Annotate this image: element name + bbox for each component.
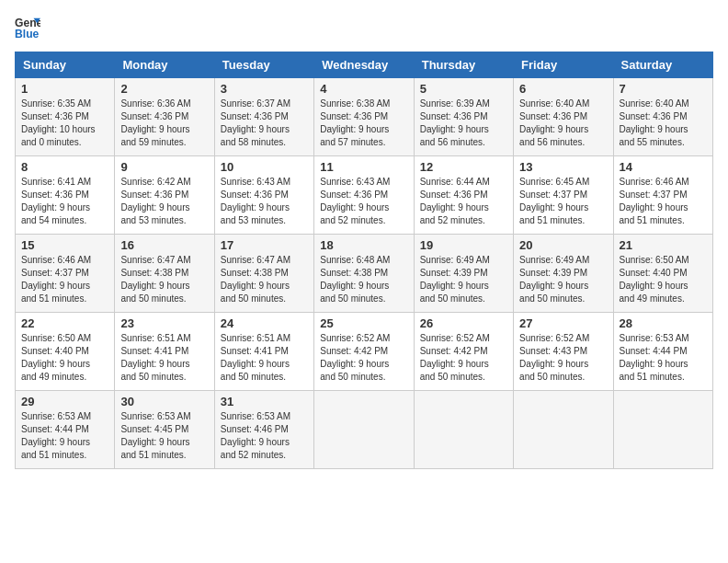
calendar-cell: 19 Sunrise: 6:49 AMSunset: 4:39 PMDaylig… bbox=[414, 235, 513, 313]
day-info: Sunrise: 6:40 AMSunset: 4:36 PMDaylight:… bbox=[620, 98, 707, 149]
calendar-cell: 23 Sunrise: 6:51 AMSunset: 4:41 PMDaylig… bbox=[115, 313, 214, 391]
calendar-week-row: 15 Sunrise: 6:46 AMSunset: 4:37 PMDaylig… bbox=[16, 235, 713, 313]
day-info: Sunrise: 6:41 AMSunset: 4:36 PMDaylight:… bbox=[21, 176, 108, 227]
calendar-cell: 16 Sunrise: 6:47 AMSunset: 4:38 PMDaylig… bbox=[115, 235, 214, 313]
day-number: 9 bbox=[120, 160, 208, 174]
day-number: 27 bbox=[519, 316, 607, 330]
calendar-cell: 25 Sunrise: 6:52 AMSunset: 4:42 PMDaylig… bbox=[314, 313, 414, 391]
calendar-cell: 29 Sunrise: 6:53 AMSunset: 4:44 PMDaylig… bbox=[16, 391, 115, 469]
day-info: Sunrise: 6:37 AMSunset: 4:36 PMDaylight:… bbox=[221, 98, 308, 149]
calendar-cell: 18 Sunrise: 6:48 AMSunset: 4:38 PMDaylig… bbox=[314, 235, 414, 313]
day-info: Sunrise: 6:53 AMSunset: 4:44 PMDaylight:… bbox=[620, 332, 707, 384]
calendar-cell: 15 Sunrise: 6:46 AMSunset: 4:37 PMDaylig… bbox=[16, 235, 115, 313]
day-info: Sunrise: 6:47 AMSunset: 4:38 PMDaylight:… bbox=[221, 254, 308, 305]
day-number: 11 bbox=[320, 160, 407, 174]
calendar-cell: 26 Sunrise: 6:52 AMSunset: 4:42 PMDaylig… bbox=[414, 313, 513, 391]
day-info: Sunrise: 6:45 AMSunset: 4:37 PMDaylight:… bbox=[519, 176, 607, 227]
calendar-cell: 22 Sunrise: 6:50 AMSunset: 4:40 PMDaylig… bbox=[16, 313, 115, 391]
day-number: 7 bbox=[620, 82, 707, 96]
day-number: 21 bbox=[620, 238, 707, 252]
day-info: Sunrise: 6:40 AMSunset: 4:36 PMDaylight:… bbox=[519, 98, 607, 149]
day-number: 12 bbox=[420, 160, 507, 174]
day-info: Sunrise: 6:36 AMSunset: 4:36 PMDaylight:… bbox=[120, 98, 208, 149]
calendar-cell: 5 Sunrise: 6:39 AMSunset: 4:36 PMDayligh… bbox=[414, 78, 513, 156]
day-number: 6 bbox=[519, 82, 607, 96]
calendar-cell: 31 Sunrise: 6:53 AMSunset: 4:46 PMDaylig… bbox=[214, 391, 313, 469]
day-number: 15 bbox=[21, 238, 108, 252]
calendar-cell: 12 Sunrise: 6:44 AMSunset: 4:36 PMDaylig… bbox=[414, 156, 513, 235]
day-number: 16 bbox=[120, 238, 208, 252]
calendar-table: SundayMondayTuesdayWednesdayThursdayFrid… bbox=[15, 52, 713, 469]
calendar-cell: 24 Sunrise: 6:51 AMSunset: 4:41 PMDaylig… bbox=[214, 313, 313, 391]
calendar-cell: 28 Sunrise: 6:53 AMSunset: 4:44 PMDaylig… bbox=[613, 313, 712, 391]
day-info: Sunrise: 6:48 AMSunset: 4:38 PMDaylight:… bbox=[320, 254, 407, 305]
weekday-header: Wednesday bbox=[314, 52, 414, 78]
calendar-cell bbox=[414, 391, 513, 469]
day-info: Sunrise: 6:51 AMSunset: 4:41 PMDaylight:… bbox=[120, 332, 208, 384]
day-number: 2 bbox=[120, 82, 208, 96]
day-info: Sunrise: 6:49 AMSunset: 4:39 PMDaylight:… bbox=[519, 254, 607, 305]
calendar-cell bbox=[613, 391, 712, 469]
calendar-cell: 17 Sunrise: 6:47 AMSunset: 4:38 PMDaylig… bbox=[214, 235, 313, 313]
day-info: Sunrise: 6:53 AMSunset: 4:46 PMDaylight:… bbox=[221, 410, 308, 462]
day-number: 30 bbox=[120, 395, 208, 408]
weekday-header: Tuesday bbox=[214, 52, 313, 78]
calendar-cell bbox=[514, 391, 613, 469]
day-number: 13 bbox=[519, 160, 607, 174]
day-number: 10 bbox=[221, 160, 308, 174]
day-number: 23 bbox=[120, 316, 208, 330]
calendar-cell: 6 Sunrise: 6:40 AMSunset: 4:36 PMDayligh… bbox=[514, 78, 613, 156]
calendar-cell: 13 Sunrise: 6:45 AMSunset: 4:37 PMDaylig… bbox=[514, 156, 613, 235]
day-info: Sunrise: 6:43 AMSunset: 4:36 PMDaylight:… bbox=[320, 176, 407, 227]
calendar-cell: 4 Sunrise: 6:38 AMSunset: 4:36 PMDayligh… bbox=[314, 78, 414, 156]
calendar-cell: 9 Sunrise: 6:42 AMSunset: 4:36 PMDayligh… bbox=[115, 156, 214, 235]
calendar-cell: 27 Sunrise: 6:52 AMSunset: 4:43 PMDaylig… bbox=[514, 313, 613, 391]
day-info: Sunrise: 6:43 AMSunset: 4:36 PMDaylight:… bbox=[221, 176, 308, 227]
day-number: 20 bbox=[519, 238, 607, 252]
day-info: Sunrise: 6:50 AMSunset: 4:40 PMDaylight:… bbox=[620, 254, 707, 305]
calendar-cell: 8 Sunrise: 6:41 AMSunset: 4:36 PMDayligh… bbox=[16, 156, 115, 235]
day-info: Sunrise: 6:53 AMSunset: 4:44 PMDaylight:… bbox=[21, 410, 108, 462]
day-number: 3 bbox=[221, 82, 308, 96]
weekday-header: Monday bbox=[115, 52, 214, 78]
day-info: Sunrise: 6:52 AMSunset: 4:42 PMDaylight:… bbox=[320, 332, 407, 384]
day-info: Sunrise: 6:39 AMSunset: 4:36 PMDaylight:… bbox=[420, 98, 507, 149]
day-info: Sunrise: 6:50 AMSunset: 4:40 PMDaylight:… bbox=[21, 332, 108, 384]
calendar-cell: 20 Sunrise: 6:49 AMSunset: 4:39 PMDaylig… bbox=[514, 235, 613, 313]
calendar-cell: 1 Sunrise: 6:35 AMSunset: 4:36 PMDayligh… bbox=[16, 78, 115, 156]
day-info: Sunrise: 6:51 AMSunset: 4:41 PMDaylight:… bbox=[221, 332, 308, 384]
calendar-cell: 14 Sunrise: 6:46 AMSunset: 4:37 PMDaylig… bbox=[613, 156, 712, 235]
day-number: 22 bbox=[21, 316, 108, 330]
svg-text:Blue: Blue bbox=[15, 28, 40, 40]
day-number: 4 bbox=[320, 82, 407, 96]
calendar-cell: 3 Sunrise: 6:37 AMSunset: 4:36 PMDayligh… bbox=[214, 78, 313, 156]
calendar-week-row: 8 Sunrise: 6:41 AMSunset: 4:36 PMDayligh… bbox=[16, 156, 713, 235]
day-number: 18 bbox=[320, 238, 407, 252]
day-info: Sunrise: 6:46 AMSunset: 4:37 PMDaylight:… bbox=[620, 176, 707, 227]
day-number: 17 bbox=[221, 238, 308, 252]
day-number: 19 bbox=[420, 238, 507, 252]
day-number: 25 bbox=[320, 316, 407, 330]
weekday-header: Thursday bbox=[414, 52, 513, 78]
day-number: 1 bbox=[21, 82, 108, 96]
calendar-cell: 7 Sunrise: 6:40 AMSunset: 4:36 PMDayligh… bbox=[613, 78, 712, 156]
day-info: Sunrise: 6:47 AMSunset: 4:38 PMDaylight:… bbox=[120, 254, 208, 305]
weekday-header: Friday bbox=[514, 52, 613, 78]
calendar-header: SundayMondayTuesdayWednesdayThursdayFrid… bbox=[16, 52, 713, 78]
day-number: 26 bbox=[420, 316, 507, 330]
weekday-header: Saturday bbox=[613, 52, 712, 78]
day-number: 8 bbox=[21, 160, 108, 174]
calendar-week-row: 29 Sunrise: 6:53 AMSunset: 4:44 PMDaylig… bbox=[16, 391, 713, 469]
day-info: Sunrise: 6:42 AMSunset: 4:36 PMDaylight:… bbox=[120, 176, 208, 227]
day-info: Sunrise: 6:38 AMSunset: 4:36 PMDaylight:… bbox=[320, 98, 407, 149]
day-info: Sunrise: 6:49 AMSunset: 4:39 PMDaylight:… bbox=[420, 254, 507, 305]
logo: General Blue bbox=[15, 15, 40, 40]
calendar-week-row: 22 Sunrise: 6:50 AMSunset: 4:40 PMDaylig… bbox=[16, 313, 713, 391]
calendar-cell: 10 Sunrise: 6:43 AMSunset: 4:36 PMDaylig… bbox=[214, 156, 313, 235]
calendar-cell: 21 Sunrise: 6:50 AMSunset: 4:40 PMDaylig… bbox=[613, 235, 712, 313]
day-info: Sunrise: 6:52 AMSunset: 4:43 PMDaylight:… bbox=[519, 332, 607, 384]
page-header: General Blue bbox=[15, 15, 713, 40]
weekday-header: Sunday bbox=[16, 52, 115, 78]
day-number: 31 bbox=[221, 395, 308, 408]
logo-icon: General Blue bbox=[15, 15, 40, 40]
